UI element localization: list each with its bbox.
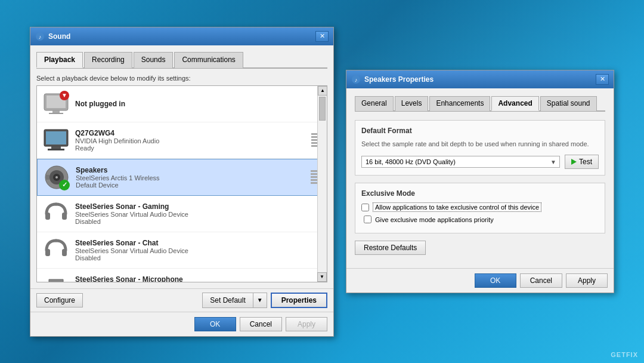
- default-format-section: Default Format Select the sample rate an…: [355, 120, 605, 176]
- svg-rect-18: [45, 249, 50, 256]
- svg-text:♪: ♪: [355, 77, 358, 83]
- svg-rect-19: [62, 249, 67, 256]
- props-apply-button[interactable]: Apply: [566, 273, 608, 288]
- restore-defaults-row: Restore Defaults: [355, 241, 605, 255]
- tab-playback[interactable]: Playback: [36, 52, 83, 68]
- device-info-sonar-chat: SteelSeries Sonar - Chat SteelSeries Son…: [75, 239, 322, 262]
- give-priority-row: Give exclusive mode applications priorit…: [361, 216, 599, 223]
- svg-text:♪: ♪: [39, 34, 42, 40]
- device-status-sonar-chat: Disabled: [75, 254, 322, 262]
- badge-speakers-green: ✓: [59, 180, 70, 190]
- svg-rect-14: [46, 175, 49, 180]
- give-priority-checkbox[interactable]: [364, 216, 371, 223]
- device-name-speakers: Speakers: [76, 166, 311, 174]
- svg-rect-9: [48, 149, 64, 150]
- device-icon-sonar-mic: ▼: [42, 272, 70, 282]
- sound-dialog: ♪ Sound ✕ Playback Recording Sounds Comm…: [30, 27, 334, 337]
- device-q27[interactable]: Q27G2WG4 NVIDIA High Definition Audio Re…: [37, 122, 327, 159]
- device-status-speakers: Default Device: [76, 182, 311, 189]
- device-speakers[interactable]: ✓ Speakers SteelSeries Arctis 1 Wireless…: [37, 159, 327, 196]
- props-title-bar: ♪ Speakers Properties ✕: [346, 70, 614, 88]
- device-name-q27: Q27G2WG4: [75, 129, 311, 137]
- device-info-not-plugged: Not plugged in: [75, 100, 322, 108]
- properties-button[interactable]: Properties: [271, 293, 327, 308]
- allow-exclusive-row: Allow applications to take exclusive con…: [361, 202, 599, 212]
- svg-point-13: [55, 176, 58, 179]
- props-dialog-buttons: OK Cancel Apply: [346, 268, 614, 293]
- device-sonar-mic[interactable]: ▼ SteelSeries Sonar - Microphone SteelSe…: [37, 269, 327, 282]
- sound-title-text: Sound: [48, 32, 70, 41]
- configure-button[interactable]: Configure: [36, 293, 83, 307]
- scrollbar-track[interactable]: ▲ ▼: [317, 86, 327, 282]
- svg-rect-16: [62, 213, 67, 220]
- default-format-label: Default Format: [361, 127, 599, 135]
- device-info-sonar-mic: SteelSeries Sonar - Microphone SteelSeri…: [75, 275, 322, 282]
- device-icon-q27: [42, 126, 70, 155]
- close-button[interactable]: ✕: [315, 31, 329, 42]
- format-select[interactable]: 16 bit, 44100 Hz (CD Quality) 16 bit, 48…: [361, 156, 560, 168]
- props-tab-enhancements[interactable]: Enhancements: [429, 96, 490, 111]
- device-name-not-plugged: Not plugged in: [75, 100, 322, 108]
- sound-apply-button[interactable]: Apply: [286, 317, 327, 331]
- scrollbar-up-btn[interactable]: ▲: [318, 86, 327, 96]
- device-info-sonar-gaming: SteelSeries Sonar - Gaming SteelSeries S…: [75, 202, 322, 225]
- props-tab-levels[interactable]: Levels: [395, 96, 429, 111]
- props-close-button[interactable]: ✕: [596, 74, 609, 85]
- device-name-sonar-gaming: SteelSeries Sonar - Gaming: [75, 202, 322, 211]
- test-button[interactable]: Test: [565, 155, 599, 169]
- device-not-plugged[interactable]: ▼ Not plugged in: [37, 86, 327, 122]
- device-detail-sonar-gaming: SteelSeries Sonar Virtual Audio Device: [75, 211, 322, 218]
- device-icon-speakers: ✓: [42, 163, 71, 192]
- device-sonar-gaming[interactable]: SteelSeries Sonar - Gaming SteelSeries S…: [37, 196, 327, 232]
- props-tab-advanced[interactable]: Advanced: [491, 96, 538, 111]
- sound-ok-button[interactable]: OK: [194, 317, 236, 331]
- watermark: GETFIX: [611, 351, 638, 358]
- svg-rect-8: [51, 146, 61, 149]
- title-controls: ✕: [315, 31, 329, 42]
- allow-exclusive-label: Allow applications to take exclusive con…: [373, 202, 541, 212]
- device-detail-speakers: SteelSeries Arctis 1 Wireless: [76, 174, 311, 182]
- set-default-arrow[interactable]: ▼: [253, 293, 267, 308]
- device-sonar-chat[interactable]: SteelSeries Sonar - Chat SteelSeries Son…: [37, 232, 327, 269]
- sound-title-icon: ♪: [35, 32, 45, 41]
- svg-rect-15: [45, 213, 50, 220]
- sound-tab-bar: Playback Recording Sounds Communications: [36, 51, 327, 69]
- sound-dialog-buttons: OK Cancel Apply: [30, 312, 333, 336]
- props-title-controls: ✕: [596, 74, 609, 85]
- exclusive-mode-label: Exclusive Mode: [361, 189, 599, 198]
- scrollbar-thumb[interactable]: [319, 97, 326, 121]
- props-cancel-button[interactable]: Cancel: [520, 273, 562, 288]
- props-ok-button[interactable]: OK: [475, 273, 516, 288]
- svg-rect-7: [46, 131, 66, 144]
- badge-not-plugged: ▼: [60, 91, 69, 100]
- tab-recording[interactable]: Recording: [84, 52, 132, 68]
- props-tab-general[interactable]: General: [355, 96, 394, 111]
- sound-action-row: Configure Set Default ▼ Properties: [30, 288, 333, 312]
- default-format-desc: Select the sample rate and bit depth to …: [361, 140, 599, 149]
- sound-dialog-content: Playback Recording Sounds Communications…: [30, 45, 333, 288]
- sound-cancel-button[interactable]: Cancel: [240, 317, 282, 331]
- props-title-icon: ♪: [351, 75, 361, 84]
- set-default-button[interactable]: Set Default: [202, 293, 252, 308]
- right-buttons: Set Default ▼ Properties: [202, 293, 327, 308]
- device-detail-q27: NVIDIA High Definition Audio: [75, 137, 311, 144]
- restore-defaults-button[interactable]: Restore Defaults: [355, 241, 426, 255]
- format-row: 16 bit, 44100 Hz (CD Quality) 16 bit, 48…: [361, 155, 599, 169]
- device-info-speakers: Speakers SteelSeries Arctis 1 Wireless D…: [76, 166, 311, 189]
- props-title-text: Speakers Properties: [364, 75, 434, 84]
- svg-rect-4: [52, 110, 60, 113]
- exclusive-mode-section: Exclusive Mode Allow applications to tak…: [355, 183, 605, 233]
- device-icon-sonar-gaming: [42, 199, 70, 228]
- props-tab-spatial[interactable]: Spatial sound: [540, 96, 597, 111]
- device-name-sonar-chat: SteelSeries Sonar - Chat: [75, 239, 322, 247]
- props-dialog-content: General Levels Enhancements Advanced Spa…: [346, 88, 614, 268]
- allow-exclusive-checkbox[interactable]: [361, 204, 369, 211]
- device-icon-not-plugged: ▼: [42, 90, 70, 118]
- scrollbar-down-btn[interactable]: ▼: [317, 272, 327, 282]
- tab-communications[interactable]: Communications: [174, 52, 243, 68]
- device-list-container[interactable]: ▼ Not plugged in Q27G2WG4: [36, 85, 327, 282]
- device-icon-sonar-chat: [42, 236, 70, 264]
- device-info-q27: Q27G2WG4 NVIDIA High Definition Audio Re…: [75, 129, 311, 152]
- tab-sounds[interactable]: Sounds: [134, 52, 174, 68]
- device-list-label: Select a playback device below to modify…: [36, 75, 327, 82]
